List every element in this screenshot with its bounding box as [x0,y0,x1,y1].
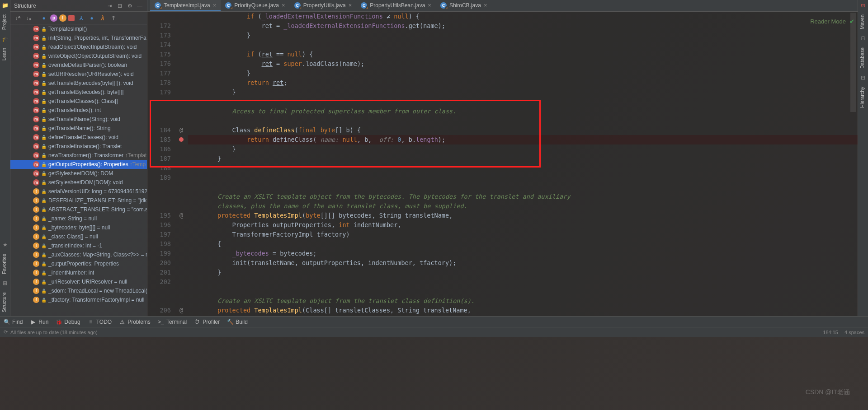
structure-item[interactable]: f🔒_class: Class[] = null [10,232,147,241]
structure-item[interactable]: f🔒_sdom: ThreadLocal = new ThreadLocal() [10,286,147,295]
gutter-tab-database[interactable]: Database [858,44,868,72]
status-bar: ⟳ All files are up-to-date (18 minutes a… [0,327,868,337]
favorites-icon[interactable]: ★ [1,241,9,248]
structure-panel: Structure ⇥ ⊟ ⚙ — ↓ᴬ ↓ₐ ● p f ⅄ ● λ ⤒ m🔒… [10,0,147,316]
show-nonpublic-icon[interactable] [68,15,75,21]
gutter-marks[interactable]: @@@ [175,12,188,325]
gutter-tab-favorites[interactable]: Favorites [0,250,10,278]
editor-tab[interactable]: CPropertyUtilsBean.java× [356,0,436,11]
editor-tab[interactable]: CTemplatesImpl.java× [150,0,221,11]
project-icon[interactable]: 📁 [1,2,9,9]
hierarchy-icon[interactable]: ⊟ [859,74,867,81]
editor-area: CTemplatesImpl.java×CPriorityQueue.java×… [147,0,858,316]
close-icon[interactable]: × [213,2,217,9]
structure-item[interactable]: m🔒setTransletName(String): void [10,115,147,124]
code-area[interactable]: 1721731741751761771781791841851861871881… [147,12,858,325]
structure-item[interactable]: m🔒TemplatesImpl() [10,24,147,33]
structure-list[interactable]: m🔒TemplatesImpl()m🔒init(String, Properti… [10,24,147,316]
close-icon[interactable]: × [282,2,285,9]
expand-icon[interactable]: ⊟ [116,2,123,9]
structure-item[interactable]: m🔒getOutputProperties(): Properties↑Temp [10,160,147,169]
structure-item[interactable]: f🔒DESERIALIZE_TRANSLET: String = "jdk.xm… [10,196,147,205]
collapse-icon[interactable]: ⇥ [106,2,113,9]
sort-az-icon[interactable]: ↓ᴬ [13,14,22,23]
scrollbar-marker[interactable] [850,13,856,112]
learn-icon[interactable]: 🎓 [1,35,9,42]
structure-item[interactable]: f🔒_bytecodes: byte[][] = null [10,223,147,232]
structure-item[interactable]: m🔒getStylesheetDOM(): DOM [10,169,147,178]
structure-item[interactable]: m🔒readObject(ObjectInputStream): void [10,42,147,51]
toolbar-find[interactable]: 🔍Find [4,319,23,325]
structure-item[interactable]: f🔒_transletIndex: int = -1 [10,241,147,250]
toolbar-terminal[interactable]: >_Terminal [158,319,187,325]
structure-item[interactable]: m🔒getTransletInstance(): Translet [10,142,147,151]
structure-item[interactable]: m🔒getTransletIndex(): int [10,106,147,115]
structure-item[interactable]: m🔒setURIResolver(URIResolver): void [10,70,147,79]
line-gutter[interactable]: 1721731741751761771781791841851861871881… [147,12,175,325]
structure-item[interactable]: f🔒serialVersionUID: long = 6730943615192… [10,187,147,196]
show-fields-icon[interactable]: f [59,14,66,22]
structure-item[interactable]: m🔒getTransletClasses(): Class[] [10,97,147,106]
status-message: All files are up-to-date (18 minutes ago… [10,330,98,335]
toolbar-todo[interactable]: ≡TODO [88,319,112,325]
autoscroll-icon[interactable]: ⤒ [109,14,118,23]
database-icon[interactable]: ⛁ [859,35,867,42]
structure-item[interactable]: f🔒_outputProperties: Properties [10,259,147,268]
structure-item[interactable]: m🔒getTransletBytecodes(): byte[][] [10,88,147,97]
structure-item[interactable]: m🔒overrideDefaultParser(): boolean [10,61,147,70]
gutter-tab-learn[interactable]: Learn [0,44,10,64]
editor-tab[interactable]: CPropertyUtils.java× [290,0,357,11]
structure-item[interactable]: m🔒setStylesheetDOM(DOM): void [10,178,147,187]
editor-tab[interactable]: CShiroCB.java× [436,0,492,11]
maven-icon[interactable]: m [859,2,867,9]
structure-item[interactable]: f🔒_tfactory: TransformerFactoryImpl = nu… [10,295,147,304]
gear-icon[interactable]: ⚙ [126,2,133,9]
gutter-tab-structure[interactable]: Structure [0,289,10,316]
toolbar-run[interactable]: ▶Run [30,319,48,325]
close-icon[interactable]: × [428,2,431,9]
gutter-tab-project[interactable]: Project [0,11,10,33]
code-content[interactable]: if (_loadedExternalExtensionFunctions ≠ … [188,12,858,325]
structure-item[interactable]: f🔒_uriResolver: URIResolver = null [10,277,147,286]
toolbar-profiler[interactable]: ⏱Profiler [194,319,220,325]
show-class-icon[interactable]: ● [39,14,48,23]
toolbar-build[interactable]: 🔨Build [227,319,248,325]
close-icon[interactable]: × [349,2,352,9]
show-anon-icon[interactable]: ● [87,14,96,23]
gutter-tab-hierarchy[interactable]: Hierarchy [858,83,868,112]
close-icon[interactable]: × [484,2,487,9]
structure-item[interactable]: m🔒setTransletBytecodes(byte[][]): void [10,79,147,88]
toolbar-debug[interactable]: 🐞Debug [56,319,80,325]
structure-item[interactable]: m🔒newTransformer(): Transformer↑Templat [10,151,147,160]
show-inherited-icon[interactable]: ⅄ [76,14,85,23]
show-properties-icon[interactable]: p [50,14,57,22]
show-lambda-icon[interactable]: λ [98,14,107,23]
structure-item[interactable]: m🔒defineTransletClasses(): void [10,133,147,142]
minimize-icon[interactable]: — [136,2,143,9]
reader-mode-toggle[interactable]: Reader Mode✔ [810,18,854,25]
structure-item[interactable]: m🔒init(String, Properties, int, Transfor… [10,33,147,42]
structure-item[interactable]: f🔒_auxClasses: Map<String, Class<?>> = n… [10,250,147,259]
sort-vis-icon[interactable]: ↓ₐ [24,14,33,23]
structure-title: Structure [14,3,104,9]
structure-item[interactable]: f🔒ABSTRACT_TRANSLET: String = "com.sur… [10,205,147,214]
cursor-position[interactable]: 184:15 [823,330,838,335]
structure-item[interactable]: m🔒writeObject(ObjectOutputStream): void [10,51,147,61]
toolbar-problems[interactable]: ⚠Problems [119,319,151,325]
structure-icon[interactable]: ⊞ [1,280,9,287]
gutter-tab-maven[interactable]: Maven [858,11,868,33]
editor-tabs: CTemplatesImpl.java×CPriorityQueue.java×… [147,0,858,12]
indent-info[interactable]: 4 spaces [844,330,864,335]
structure-item[interactable]: f🔒_name: String = null [10,214,147,223]
watermark: CSDN @IT老涵 [806,388,850,396]
editor-tab[interactable]: CPriorityQueue.java× [221,0,289,11]
right-tool-gutter: m Maven ⛁ Database ⊟ Hierarchy [858,0,868,316]
structure-item[interactable]: m🔒getTransletName(): String [10,124,147,133]
check-icon: ✔ [849,18,854,25]
structure-item[interactable]: f🔒_indentNumber: int [10,268,147,277]
bottom-toolbar: 🔍Find▶Run🐞Debug≡TODO⚠Problems>_Terminal⏱… [0,316,868,327]
left-tool-gutter: 📁 Project 🎓 Learn ★ Favorites ⊞ Structur… [0,0,10,316]
sync-icon: ⟳ [4,329,8,335]
